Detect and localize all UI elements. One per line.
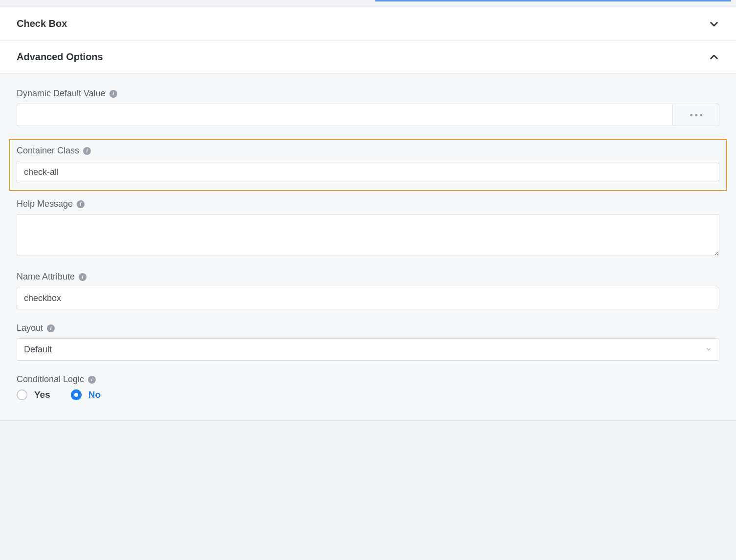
label-row: Dynamic Default Value i <box>17 88 719 99</box>
dynamic-default-label: Dynamic Default Value <box>17 88 106 99</box>
field-conditional-logic: Conditional Logic i Yes No <box>17 374 719 400</box>
help-message-textarea[interactable] <box>17 214 719 256</box>
section-header-advanced[interactable]: Advanced Options <box>0 41 736 74</box>
label-row: Container Class i <box>17 146 719 156</box>
section-header-checkbox[interactable]: Check Box <box>0 7 736 41</box>
label-row: Layout i <box>17 323 719 333</box>
dynamic-default-input[interactable] <box>17 104 672 126</box>
conditional-logic-label: Conditional Logic <box>17 374 84 385</box>
chevron-up-icon <box>709 52 719 63</box>
container-class-input[interactable] <box>17 161 719 183</box>
active-tab-indicator <box>375 0 731 1</box>
chevron-down-icon <box>709 19 719 29</box>
layout-label: Layout <box>17 323 43 333</box>
section-title-advanced: Advanced Options <box>17 51 103 63</box>
field-dynamic-default: Dynamic Default Value i <box>17 88 719 126</box>
info-icon[interactable]: i <box>109 90 117 98</box>
help-message-label: Help Message <box>17 199 73 209</box>
layout-select-value: Default <box>17 338 719 361</box>
settings-panel: Check Box Advanced Options Dynamic Defau… <box>0 0 736 428</box>
info-icon[interactable]: i <box>79 273 87 281</box>
info-icon[interactable]: i <box>83 147 91 155</box>
radio-label-yes: Yes <box>34 389 50 400</box>
ellipsis-icon <box>690 114 702 116</box>
container-class-label: Container Class <box>17 146 79 156</box>
name-attribute-label: Name Attribute <box>17 272 75 282</box>
top-bar <box>0 0 736 7</box>
field-container-class: Container Class i <box>9 139 727 191</box>
info-icon[interactable]: i <box>47 324 55 332</box>
field-help-message: Help Message i <box>17 199 719 258</box>
conditional-logic-no[interactable]: No <box>71 389 101 400</box>
section-title-checkbox: Check Box <box>17 18 67 29</box>
name-attribute-input[interactable] <box>17 287 719 309</box>
bottom-spacer <box>0 420 736 428</box>
conditional-logic-radio-group: Yes No <box>17 389 719 400</box>
field-name-attribute: Name Attribute i <box>17 272 719 309</box>
conditional-logic-yes[interactable]: Yes <box>17 389 50 400</box>
info-icon[interactable]: i <box>77 200 85 208</box>
label-row: Name Attribute i <box>17 272 719 282</box>
section-body-advanced: Dynamic Default Value i Container Class … <box>0 74 736 420</box>
layout-select[interactable]: Default <box>17 338 719 361</box>
radio-label-no: No <box>88 389 101 400</box>
dynamic-default-picker-button[interactable] <box>672 104 719 126</box>
info-icon[interactable]: i <box>88 376 96 384</box>
field-layout: Layout i Default <box>17 323 719 361</box>
radio-icon <box>17 389 27 400</box>
label-row: Help Message i <box>17 199 719 209</box>
dynamic-default-input-group <box>17 104 719 126</box>
radio-icon <box>71 389 82 400</box>
label-row: Conditional Logic i <box>17 374 719 385</box>
